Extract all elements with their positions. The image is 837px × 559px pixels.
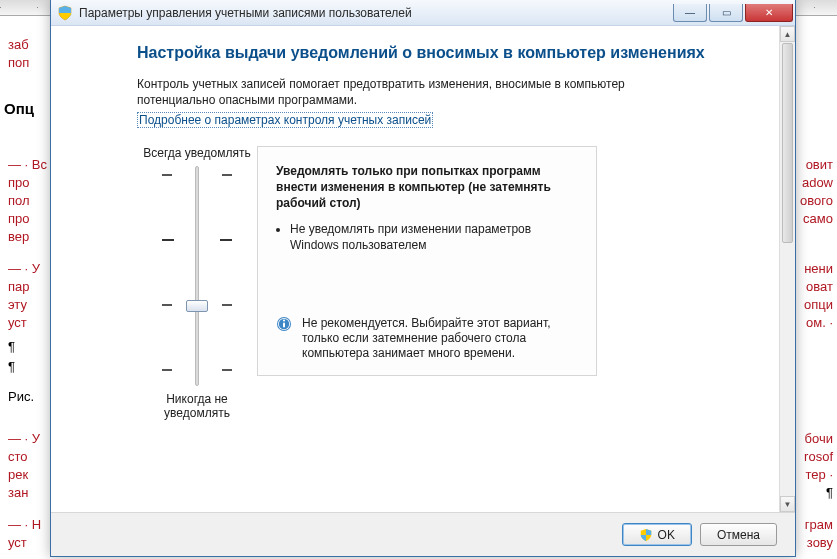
ok-button[interactable]: OK — [622, 523, 692, 546]
info-icon — [276, 316, 292, 332]
shield-icon — [639, 528, 653, 542]
scroll-up-icon[interactable]: ▲ — [780, 26, 795, 42]
learn-more-link[interactable]: Подробнее о параметрах контроля учетных … — [137, 112, 433, 128]
cancel-button-label: Отмена — [717, 528, 760, 542]
level-description-panel: Уведомлять только при попытках программ … — [257, 146, 597, 376]
doc-heading: Опц — [4, 100, 34, 118]
slider-tick — [162, 239, 232, 241]
page-heading: Настройка выдачи уведомлений о вносимых … — [137, 44, 755, 62]
uac-slider[interactable] — [162, 166, 232, 386]
dialog-content: Настройка выдачи уведомлений о вносимых … — [51, 26, 779, 512]
panel-title: Уведомлять только при попытках программ … — [276, 163, 578, 211]
slider-top-label: Всегда уведомлять — [143, 146, 250, 160]
window-title: Параметры управления учетными записями п… — [79, 6, 671, 20]
slider-tick — [162, 174, 232, 176]
slider-bottom-label: Никогда не уведомлять — [137, 392, 257, 420]
slider-tick — [162, 369, 232, 371]
panel-bullet: Не уведомлять при изменении параметров W… — [290, 221, 550, 253]
intro-text: Контроль учетных записей помогает предот… — [137, 76, 697, 108]
minimize-button[interactable]: — — [673, 4, 707, 22]
slider-track — [195, 166, 199, 386]
vertical-scrollbar[interactable]: ▲ ▼ — [779, 26, 795, 512]
slider-thumb[interactable] — [186, 300, 208, 312]
shield-icon — [57, 5, 73, 21]
ok-button-label: OK — [658, 528, 675, 542]
slider-column: Всегда уведомлять Никогда не уведомлять — [137, 146, 257, 420]
uac-dialog: Параметры управления учетными записями п… — [50, 0, 796, 557]
info-text: Не рекомендуется. Выбирайте этот вариант… — [302, 316, 578, 361]
doc-fig-label: Рис. — [8, 388, 34, 406]
scroll-down-icon[interactable]: ▼ — [780, 496, 795, 512]
titlebar[interactable]: Параметры управления учетными записями п… — [51, 0, 795, 26]
svg-point-3 — [283, 319, 285, 321]
scrollbar-thumb[interactable] — [782, 43, 793, 243]
maximize-button[interactable]: ▭ — [709, 4, 743, 22]
close-button[interactable]: ✕ — [745, 4, 793, 22]
dialog-footer: OK Отмена — [51, 512, 795, 556]
cancel-button[interactable]: Отмена — [700, 523, 777, 546]
svg-rect-4 — [283, 323, 285, 328]
